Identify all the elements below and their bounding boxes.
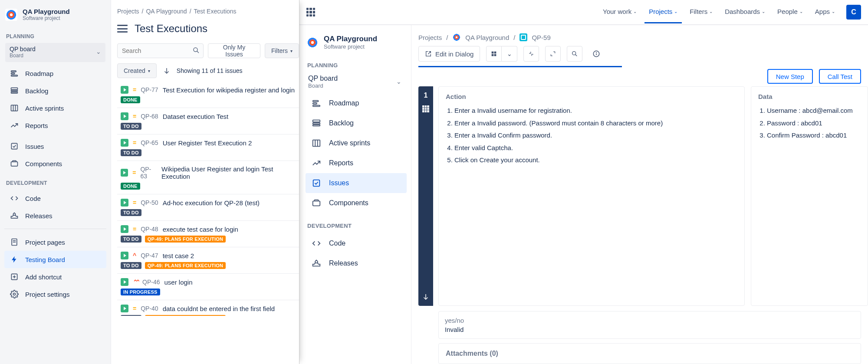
sidebar-item-roadmap[interactable]: Roadmap [4,65,106,82]
sidebar-item-backlog[interactable]: Backlog [306,113,407,133]
top-nav: Your work⌄ Projects⌄ Filters⌄ Dashboards… [299,0,868,25]
topnav-projects[interactable]: Projects⌄ [644,1,682,23]
svg-rect-31 [313,201,320,206]
svg-rect-25 [313,123,320,124]
sidebar-label: Code [329,239,345,247]
sidebar-item-components[interactable]: Components [306,193,407,213]
issue-summary: execute test case for login [163,226,238,233]
sort-button[interactable]: Created▾ [117,63,157,78]
attachments-section[interactable]: Attachments (0) [438,343,861,364]
components-icon [312,198,321,208]
sidebar-item-settings[interactable]: Project settings [4,285,106,303]
topnav-filters[interactable]: Filters⌄ [685,1,717,23]
issue-type-icon [121,169,128,177]
breadcrumb-link[interactable]: QA Playground [146,8,187,15]
sidebar-item-releases[interactable]: Releases [306,253,407,273]
issue-row[interactable]: =QP-40data couldnt be entered in the fir… [117,300,299,316]
sidebar-label: Issues [329,179,349,187]
collapse-button[interactable] [523,46,539,62]
issue-row[interactable]: =QP-65User Register Test Execution 2TO D… [117,134,299,161]
chevron-down-icon: ⌄ [674,9,677,14]
issue-row[interactable]: =QP-68Dataset execution TestTO DO [117,108,299,134]
issue-type-icon [121,86,128,94]
expected-result-box[interactable]: yes/no Invalid [438,311,861,339]
epic-badge[interactable]: QP-49: PLANS FOR EXECUTION [145,315,226,316]
breadcrumb-link[interactable]: Projects [117,8,139,15]
sidebar-item-backlog[interactable]: Backlog [4,82,106,99]
sidebar-item-reports[interactable]: Reports [4,117,106,134]
sidebar-item-shortcut[interactable]: Add shortcut [4,268,106,285]
sidebar-item-code[interactable]: Code [306,233,407,253]
issue-summary: data couldnt be entered in the first fie… [163,305,275,312]
arrow-down-icon[interactable] [422,293,430,301]
issue-row[interactable]: ⌃⌃QP-46user loginIN PROGRESS [117,273,299,300]
sidebar-item-pages[interactable]: Project pages [4,233,106,251]
issue-summary: Dataset execution Test [163,113,228,120]
sidebar-item-reports[interactable]: Reports [306,153,407,173]
project-avatar-icon [452,33,461,42]
view-grid-button[interactable] [486,46,502,62]
topnav-dashboards[interactable]: Dashboards⌄ [720,1,769,23]
expand-button[interactable] [545,46,561,62]
issue-row[interactable]: =QP-50Ad-hoc execution for QP-28 (test)T… [117,194,299,220]
status-badge: TO DO [121,149,141,156]
priority-icon: = [133,305,136,312]
svg-rect-2 [11,75,18,76]
search-step-button[interactable] [567,46,582,62]
board-sub: Board [308,82,401,89]
topnav-people[interactable]: People⌄ [773,1,807,23]
edit-in-dialog-button[interactable]: Edit in Dialog [418,46,480,62]
svg-rect-23 [313,105,320,107]
sidebar-item-sprints[interactable]: Active sprints [306,133,407,153]
breadcrumb: Projects/ QA Playground/ QP-59 [411,33,868,43]
action-item: Enter a Invalid username for registratio… [454,105,737,117]
only-my-issues-button[interactable]: Only My Issues [208,43,260,58]
breadcrumb-link[interactable]: Test Executions [194,8,237,15]
status-badge: TO DO [121,236,141,243]
sort-direction-icon[interactable] [163,67,171,75]
sidebar-item-sprints[interactable]: Active sprints [4,99,106,117]
issue-row[interactable]: =QP-63Wikipedia User Register and login … [117,161,299,194]
sidebar-item-issues[interactable]: Issues [4,138,106,155]
releases-icon [312,259,321,268]
new-step-button[interactable]: New Step [767,69,813,84]
breadcrumb-issue-key[interactable]: QP-59 [532,34,550,41]
topnav-your-work[interactable]: Your work⌄ [598,1,641,23]
priority-icon: ⌃⌃ [133,279,138,285]
sidebar-item-code[interactable]: Code [4,190,106,207]
epic-badge[interactable]: QP-49: PLANS FOR EXECUTION [145,262,226,269]
board-selector[interactable]: QP board Board ⌄ [306,73,406,91]
breadcrumb-link[interactable]: Projects [418,34,442,41]
sidebar-label: Releases [329,259,358,267]
board-name: QP board [10,46,101,52]
create-button[interactable]: C [846,5,861,20]
breadcrumb-link[interactable]: QA Playground [465,34,509,41]
issue-row[interactable]: =QP-77Test Execution for wikipedia regis… [117,82,299,108]
issue-detail: Projects/ QA Playground/ QP-59 Edit in D… [411,25,868,364]
issue-type-icon [519,33,527,41]
sidebar-label: Active sprints [25,105,64,112]
sidebar-item-issues[interactable]: Issues [306,173,407,193]
board-selector[interactable]: QP board Board ⌄ [5,43,105,62]
sidebar-item-testing-board[interactable]: Testing Board [4,251,106,268]
drag-handle-icon[interactable] [422,105,429,112]
sidebar-item-roadmap[interactable]: Roadmap [306,93,407,113]
sidebar-item-components[interactable]: Components [4,155,106,172]
call-test-button[interactable]: Call Test [819,69,861,84]
sidebar-label: Roadmap [25,70,53,77]
info-button[interactable] [589,46,604,62]
epic-badge[interactable]: QP-49: PLANS FOR EXECUTION [145,236,226,243]
sidebar-item-releases[interactable]: Releases [4,207,106,224]
issue-row[interactable]: ^QP-47test case 2TO DOQP-49: PLANS FOR E… [117,247,299,273]
priority-icon: = [132,170,136,176]
filters-button[interactable]: Filters▾ [265,43,299,58]
view-chevron-button[interactable]: ⌄ [502,46,517,62]
status-badge: IN PROGRESS [121,289,160,295]
topnav-apps[interactable]: Apps⌄ [811,1,839,23]
issue-row[interactable]: =QP-48execute test case for loginTO DOQP… [117,220,299,247]
hamburger-icon[interactable] [117,25,128,33]
app-switcher-icon[interactable] [306,8,315,16]
search-input[interactable] [117,43,204,58]
page-icon [10,237,19,247]
status-badge: DONE [121,183,140,190]
